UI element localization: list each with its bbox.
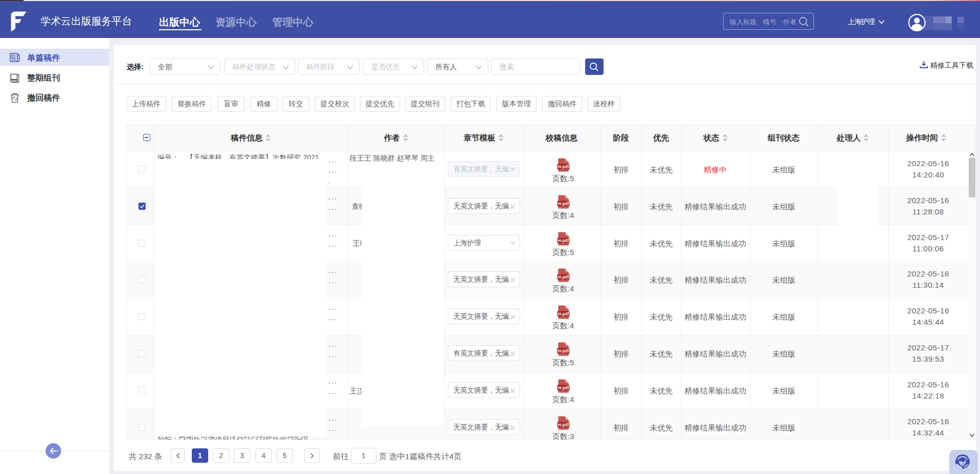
svg-text:H-pdf: H-pdf [557, 164, 569, 169]
svg-text:H-pdf: H-pdf [557, 385, 569, 390]
svg-text:H-pdf: H-pdf [557, 201, 569, 206]
svg-text:H-pdf: H-pdf [557, 348, 569, 353]
svg-text:H-pdf: H-pdf [557, 274, 569, 280]
svg-text:H-pdf: H-pdf [557, 238, 569, 243]
svg-text:H-pdf: H-pdf [557, 311, 569, 317]
svg-text:H-pdf: H-pdf [557, 422, 569, 427]
